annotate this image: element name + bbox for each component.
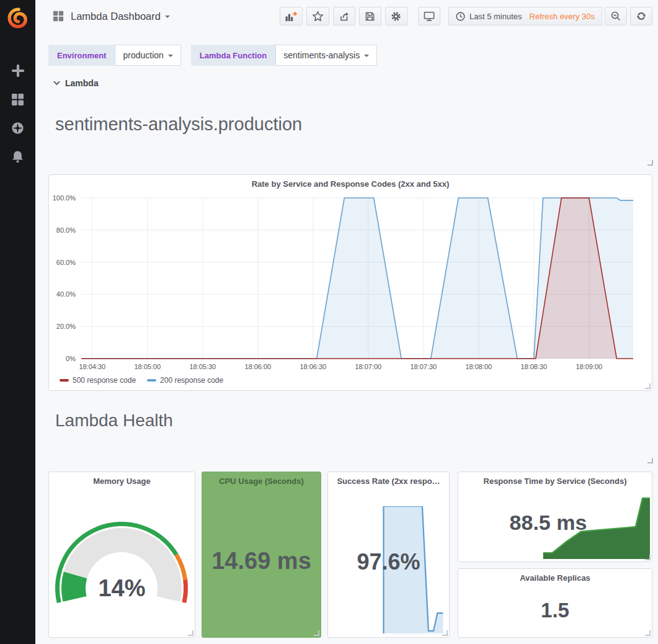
panel-available-replicas: Available Replicas 1.5 (458, 568, 652, 638)
panel-memory-usage: Memory Usage 14% (48, 472, 195, 638)
time-range-picker[interactable]: Last 5 minutes Refresh every 30s (448, 7, 602, 25)
refresh-interval-label: Refresh every 30s (530, 12, 595, 21)
row-toggle-lambda[interactable]: Lambda (53, 78, 99, 88)
time-range-label: Last 5 minutes (469, 12, 522, 21)
legend-label: 500 response code (73, 376, 136, 385)
save-icon (365, 12, 375, 21)
legend-swatch (147, 379, 156, 382)
cycle-view-button[interactable] (418, 7, 440, 25)
available-replicas-value: 1.5 (458, 599, 652, 622)
variable-environment-value[interactable]: production (115, 45, 180, 66)
legend-item[interactable]: 200 response code (147, 376, 223, 385)
svg-text:18:05:30: 18:05:30 (189, 363, 216, 370)
svg-text:80.0%: 80.0% (56, 226, 76, 234)
function-title: sentiments-analysis.production (55, 114, 302, 135)
panel-cpu-usage: CPU Usage (Seconds) 14.69 ms (202, 472, 321, 638)
caret-down-icon (165, 16, 170, 18)
save-button[interactable] (359, 7, 381, 25)
dashboard-title-button[interactable]: Lambda Dashboard (53, 11, 170, 22)
variable-lambda-function-value[interactable]: sentiments-analysis (275, 45, 377, 66)
add-panel-icon (285, 11, 297, 22)
svg-text:18:08:00: 18:08:00 (465, 363, 492, 370)
add-panel-button[interactable] (280, 7, 303, 25)
svg-text:20.0%: 20.0% (56, 323, 76, 330)
svg-text:18:07:30: 18:07:30 (410, 363, 437, 370)
variable-environment: Environment production (48, 45, 181, 66)
grafana-logo[interactable] (0, 0, 35, 35)
svg-text:60.0%: 60.0% (56, 259, 76, 266)
variable-lambda-function: Lambda Function sentiments-analysis (191, 45, 377, 66)
panel-success-rate: Success Rate (2xx respo… 97.6% (327, 472, 450, 638)
dashboard-title: Lambda Dashboard (71, 11, 161, 22)
navbar: Lambda Dashboard Last 5 (35, 0, 658, 32)
panel-title-rate[interactable]: Rate by Service and Response Codes (2xx … (53, 179, 648, 189)
create-icon[interactable] (11, 64, 25, 78)
chart-legend: 500 response code200 response code (60, 376, 223, 385)
caret-down-icon (364, 55, 369, 57)
variable-lambda-function-label: Lambda Function (191, 45, 275, 66)
svg-text:18:06:00: 18:06:00 (244, 363, 271, 370)
sidebar (0, 0, 35, 644)
svg-text:40.0%: 40.0% (56, 290, 76, 298)
rate-chart-plot[interactable]: 100.0%80.0%60.0%40.0%20.0%0%18:04:3018:0… (49, 175, 652, 390)
zoom-out-button[interactable] (605, 7, 627, 25)
svg-text:18:04:30: 18:04:30 (79, 363, 105, 370)
svg-text:18:06:30: 18:06:30 (300, 363, 326, 370)
share-button[interactable] (333, 7, 355, 25)
star-button[interactable] (306, 7, 329, 25)
alerting-icon[interactable] (11, 150, 25, 163)
svg-text:100.0%: 100.0% (53, 194, 76, 202)
row-resize-handle[interactable] (647, 458, 653, 463)
row-label: Lambda (65, 78, 99, 88)
zoom-out-icon (611, 11, 621, 21)
variable-environment-label: Environment (48, 45, 115, 66)
memory-gauge (49, 472, 195, 637)
refresh-icon (636, 11, 646, 21)
share-icon (339, 11, 349, 21)
apps-icon (53, 11, 64, 22)
star-icon (312, 11, 324, 22)
submenu: Environment production Lambda Function s… (48, 45, 377, 66)
svg-text:18:08:30: 18:08:30 (520, 363, 547, 370)
panel-title-cpu[interactable]: CPU Usage (Seconds) (206, 476, 317, 486)
legend-item[interactable]: 500 response code (60, 376, 136, 385)
svg-text:18:07:00: 18:07:00 (355, 363, 381, 370)
panel-response-time: Response Time by Service (Seconds) 88.5 … (458, 472, 652, 562)
memory-usage-value: 14% (49, 575, 195, 602)
panel-title-response[interactable]: Response Time by Service (Seconds) (462, 476, 648, 486)
settings-button[interactable] (385, 7, 407, 25)
caret-down-icon (168, 55, 173, 57)
svg-text:0%: 0% (66, 355, 76, 362)
dashboards-icon[interactable] (11, 92, 25, 106)
row-resize-handle[interactable] (647, 160, 653, 166)
clock-icon (456, 12, 465, 21)
panel-rate-chart: 100.0%80.0%60.0%40.0%20.0%0%18:04:3018:0… (48, 174, 652, 391)
gear-icon (391, 11, 401, 22)
legend-label: 200 response code (160, 376, 223, 385)
response-time-value: 88.5 ms (451, 511, 645, 535)
health-section-title: Lambda Health (55, 411, 173, 431)
panel-title-memory[interactable]: Memory Usage (53, 476, 191, 486)
svg-text:18:05:00: 18:05:00 (134, 363, 161, 370)
legend-swatch (60, 379, 69, 382)
svg-text:18:09:00: 18:09:00 (576, 363, 602, 370)
success-rate-value: 97.6% (328, 549, 449, 575)
chevron-down-icon (53, 81, 60, 86)
monitor-icon (424, 11, 435, 22)
panel-title-success[interactable]: Success Rate (2xx respo… (332, 476, 445, 486)
refresh-button[interactable] (630, 7, 652, 25)
cpu-usage-value: 14.69 ms (202, 548, 321, 575)
panel-title-replicas[interactable]: Available Replicas (462, 573, 648, 583)
explore-icon[interactable] (11, 121, 25, 135)
